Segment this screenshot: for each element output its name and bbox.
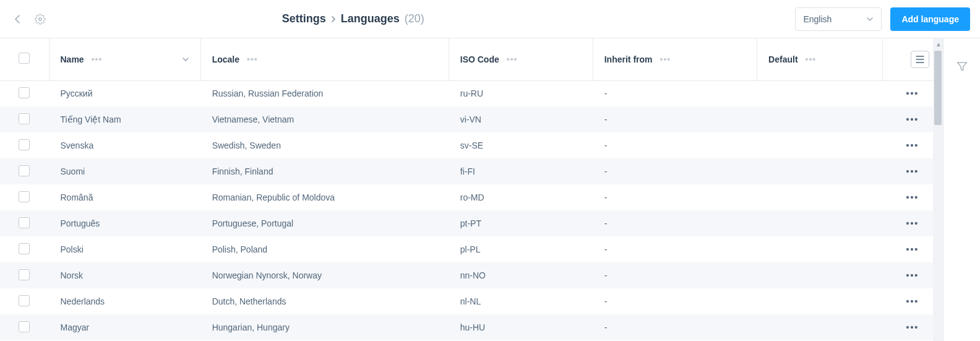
scroll-up-icon[interactable]: ▲ [935,41,942,48]
cell-name: Magyar [49,314,200,340]
column-header-iso[interactable]: ISO Code ••• [449,38,593,80]
table-row[interactable]: NederlandsDutch, Netherlandsnl-NL-••• [0,288,943,314]
add-language-button[interactable]: Add language [890,7,970,31]
cell-inherit: - [593,184,757,210]
column-menu-icon[interactable]: ••• [247,54,258,64]
cell-locale: Hungarian, Hungary [200,314,449,340]
table-row[interactable]: MagyarHungarian, Hungaryhu-HU-••• [0,314,943,340]
column-menu-icon[interactable]: ••• [507,54,518,64]
table-header-row: Name ••• Locale ••• [0,38,943,80]
row-checkbox[interactable] [19,191,30,202]
column-menu-icon[interactable]: ••• [660,54,671,64]
column-header-inherit[interactable]: Inherit from ••• [593,38,757,80]
row-checkbox[interactable] [19,295,30,306]
cell-name: Русский [49,80,200,106]
chevron-down-icon [866,17,874,22]
row-checkbox[interactable] [19,269,30,280]
cell-locale: Finnish, Finland [200,158,449,184]
cell-iso: hu-HU [449,314,593,340]
cell-default [757,314,883,340]
column-header-name[interactable]: Name ••• [49,38,200,80]
column-header-default[interactable]: Default ••• [757,38,883,80]
cell-name: Nederlands [49,288,200,314]
table-row[interactable]: Tiếng Việt NamVietnamese, Vietnamvi-VN-•… [0,106,943,132]
language-selector[interactable]: English [795,7,882,31]
cell-default [757,184,883,210]
cell-inherit: - [593,106,757,132]
table-row[interactable]: NorskNorwegian Nynorsk, Norwaynn-NO-••• [0,262,943,288]
cell-locale: Russian, Russian Federation [200,80,449,106]
cell-default [757,132,883,158]
row-actions-menu[interactable]: ••• [906,244,919,254]
cell-default [757,288,883,314]
row-actions-menu[interactable]: ••• [906,166,919,176]
row-actions-menu[interactable]: ••• [906,270,919,280]
cell-iso: vi-VN [449,106,593,132]
column-menu-icon[interactable]: ••• [92,54,103,64]
row-checkbox[interactable] [19,321,30,332]
table-row[interactable]: RomânăRomanian, Republic of Moldovaro-MD… [0,184,943,210]
row-actions-menu[interactable]: ••• [906,114,919,124]
cell-iso: nl-NL [449,288,593,314]
cell-name: Tiếng Việt Nam [49,106,200,132]
cell-inherit: - [593,80,757,106]
column-label: Locale [212,54,239,64]
cell-default [757,158,883,184]
cell-inherit: - [593,132,757,158]
breadcrumb: Settings Languages (20) [0,12,795,25]
select-all-checkbox[interactable] [19,53,30,64]
row-checkbox[interactable] [19,243,30,254]
column-header-locale[interactable]: Locale ••• [200,38,449,80]
cell-default [757,210,883,236]
cell-default [757,80,883,106]
table-row[interactable]: SvenskaSwedish, Swedensv-SE-••• [0,132,943,158]
row-actions-menu[interactable]: ••• [906,88,919,98]
cell-iso: sv-SE [449,132,593,158]
table-row[interactable]: PortuguêsPortuguese, Portugalpt-PT-••• [0,210,943,236]
cell-name: Norsk [49,262,200,288]
scrollbar-thumb[interactable] [934,51,942,125]
row-actions-menu[interactable]: ••• [906,192,919,202]
cell-locale: Swedish, Sweden [200,132,449,158]
cell-locale: Romanian, Republic of Moldova [200,184,449,210]
cell-inherit: - [593,288,757,314]
cell-inherit: - [593,236,757,262]
table-body: РусскийRussian, Russian Federationru-RU-… [0,80,943,340]
cell-iso: pl-PL [449,236,593,262]
row-actions-menu[interactable]: ••• [906,296,919,306]
column-label: Default [768,54,797,64]
chevron-right-icon [331,15,336,23]
cell-locale: Norwegian Nynorsk, Norway [200,262,449,288]
row-actions-menu[interactable]: ••• [906,140,919,150]
cell-default [757,236,883,262]
cell-inherit: - [593,210,757,236]
cell-locale: Dutch, Netherlands [200,288,449,314]
row-checkbox[interactable] [19,113,30,124]
column-menu-icon[interactable]: ••• [806,54,817,64]
table-row[interactable]: SuomiFinnish, Finlandfi-FI-••• [0,158,943,184]
table-row[interactable]: РусскийRussian, Russian Federationru-RU-… [0,80,943,106]
row-checkbox[interactable] [19,139,30,150]
cell-iso: ro-MD [449,184,593,210]
cell-default [757,106,883,132]
cell-name: Suomi [49,158,200,184]
cell-default [757,262,883,288]
table-scroll[interactable]: Name ••• Locale ••• [0,38,943,341]
table-density-button[interactable] [911,51,929,68]
filter-icon[interactable] [956,60,968,72]
row-checkbox[interactable] [19,87,30,98]
breadcrumb-root[interactable]: Settings [282,12,326,25]
row-checkbox[interactable] [19,165,30,176]
page-header: Settings Languages (20) English Add lang… [0,0,980,38]
table-row[interactable]: PolskiPolish, Polandpl-PL-••• [0,236,943,262]
cell-iso: pt-PT [449,210,593,236]
row-actions-menu[interactable]: ••• [906,322,919,332]
right-gutter [943,38,980,341]
column-label: ISO Code [460,54,499,64]
chevron-down-icon[interactable] [182,57,189,62]
row-actions-menu[interactable]: ••• [906,218,919,228]
cell-name: Polski [49,236,200,262]
row-checkbox[interactable] [19,217,30,228]
cell-iso: nn-NO [449,262,593,288]
vertical-scrollbar[interactable]: ▲ [933,38,943,341]
